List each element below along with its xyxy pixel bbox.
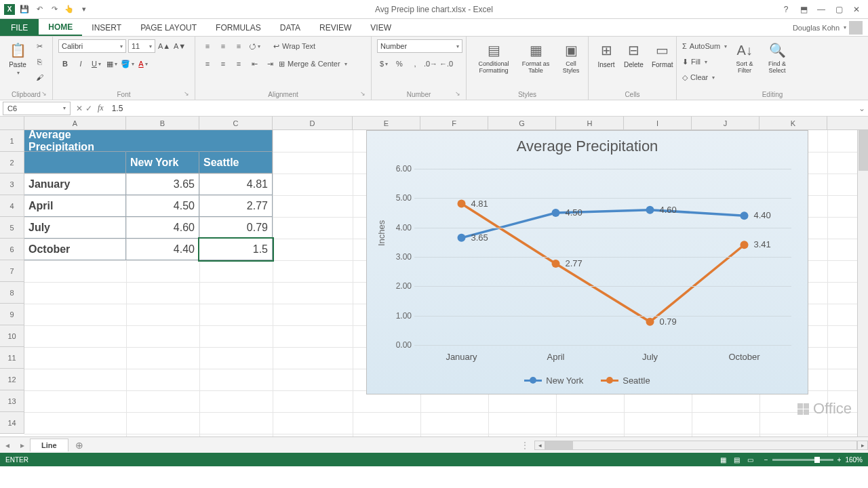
hscroll-right-icon[interactable]: ▸	[857, 441, 868, 450]
select-all-corner[interactable]	[0, 117, 24, 130]
column-header[interactable]: C	[199, 117, 273, 129]
zoom-control[interactable]: − + 160%	[764, 456, 863, 464]
column-header[interactable]: F	[420, 117, 488, 129]
align-left-icon[interactable]: ≡	[201, 57, 214, 70]
sheet-nav-next-icon[interactable]: ▸	[15, 441, 30, 450]
name-box[interactable]: C6▾	[3, 102, 71, 115]
row-header[interactable]: 12	[0, 369, 24, 390]
zoom-in-icon[interactable]: +	[837, 456, 842, 464]
fill-button[interactable]: ⬇ Fill▾	[682, 55, 727, 68]
normal-view-icon[interactable]: ▦	[717, 456, 730, 464]
column-header[interactable]: K	[760, 117, 827, 129]
table-header-seattle[interactable]: Seattle	[199, 152, 273, 174]
zoom-out-icon[interactable]: −	[764, 456, 768, 464]
orientation-icon[interactable]: ⭯▾	[248, 39, 261, 53]
dialog-launcher-icon[interactable]: ↘	[184, 90, 189, 97]
table-row-label[interactable]: July	[24, 217, 126, 239]
dialog-launcher-icon[interactable]: ↘	[360, 90, 366, 97]
percent-icon[interactable]: %	[393, 57, 406, 70]
fill-color-icon[interactable]: 🪣▾	[121, 57, 134, 70]
sheet-nav-prev-icon[interactable]: ◂	[0, 441, 15, 450]
table-cell-seattle[interactable]: 4.81	[199, 174, 273, 195]
column-header[interactable]: E	[353, 117, 420, 129]
decrease-font-icon[interactable]: A▼	[173, 39, 186, 53]
qat-dropdown-icon[interactable]: ▾	[79, 4, 90, 15]
row-header[interactable]: 1	[0, 130, 24, 152]
table-cell-ny[interactable]: 4.40	[126, 239, 199, 260]
dialog-launcher-icon[interactable]: ↘	[41, 90, 47, 97]
table-cell-ny[interactable]: 4.60	[126, 217, 199, 239]
copy-icon[interactable]: ⎘	[33, 55, 46, 68]
view-switcher[interactable]: ▦▤▭	[717, 456, 757, 464]
table-title-cell[interactable]: Average Precipitation	[24, 130, 126, 152]
tab-review[interactable]: REVIEW	[310, 19, 361, 36]
hscroll-left-icon[interactable]: ◂	[534, 441, 545, 450]
expand-formula-bar-icon[interactable]: ⌄	[856, 104, 868, 113]
column-header[interactable]: J	[692, 117, 760, 129]
column-header[interactable]: H	[556, 117, 624, 129]
decrease-indent-icon[interactable]: ⇤	[248, 57, 261, 70]
table-row-label[interactable]: April	[24, 195, 126, 217]
horizontal-scrollbar[interactable]	[545, 441, 857, 450]
accept-entry-icon[interactable]: ✓	[85, 104, 92, 113]
cancel-entry-icon[interactable]: ✕	[76, 104, 83, 113]
row-header[interactable]: 8	[0, 282, 24, 304]
table-cell-seattle[interactable]: 0.79	[199, 217, 273, 239]
dialog-launcher-icon[interactable]: ↘	[455, 90, 460, 97]
column-header[interactable]: G	[488, 117, 556, 129]
table-row-label[interactable]: January	[24, 174, 126, 195]
column-header[interactable]: I	[624, 117, 692, 129]
row-header[interactable]: 5	[0, 217, 24, 239]
row-header[interactable]: 13	[0, 390, 24, 412]
bold-button[interactable]: B	[58, 57, 72, 70]
tab-data[interactable]: DATA	[271, 19, 310, 36]
tab-view[interactable]: VIEW	[361, 19, 401, 36]
chart-legend[interactable]: .lg:nth-child(1) .lmark::after{backgroun…	[367, 375, 808, 386]
increase-decimal-icon[interactable]: .0→	[424, 57, 437, 70]
table-cell-seattle[interactable]: 2.77	[199, 195, 273, 217]
sort-filter-button[interactable]: A↓Sort & Filter	[730, 39, 760, 76]
column-headers[interactable]: ABCDEFGHIJK	[24, 117, 868, 130]
format-painter-icon[interactable]: 🖌	[33, 70, 46, 84]
zoom-slider[interactable]	[772, 459, 833, 461]
table-header-blank[interactable]	[24, 152, 126, 174]
delete-cells-button[interactable]: ⊟Delete	[621, 39, 646, 70]
align-center-icon[interactable]: ≡	[216, 57, 230, 70]
align-middle-icon[interactable]: ≡	[216, 39, 230, 53]
worksheet[interactable]: ABCDEFGHIJK 1234567891011121314 Average …	[0, 117, 868, 436]
format-cells-button[interactable]: ▭Format	[649, 39, 676, 70]
column-header[interactable]: B	[126, 117, 199, 129]
row-header[interactable]: 10	[0, 325, 24, 347]
row-header[interactable]: 11	[0, 347, 24, 369]
fx-icon[interactable]: fx	[98, 103, 108, 113]
cut-icon[interactable]: ✂	[33, 39, 46, 53]
touch-mode-icon[interactable]: 👆	[64, 4, 75, 15]
vertical-scrollbar[interactable]	[857, 130, 868, 436]
find-select-button[interactable]: 🔍Find & Select	[762, 39, 792, 76]
row-header[interactable]: 4	[0, 195, 24, 217]
align-bottom-icon[interactable]: ≡	[232, 39, 245, 53]
table-title-cell[interactable]	[199, 130, 273, 152]
active-cell-editing[interactable]: 1.5	[199, 239, 273, 260]
italic-button[interactable]: I	[74, 57, 87, 70]
page-break-view-icon[interactable]: ▭	[744, 456, 757, 464]
undo-icon[interactable]: ↶	[34, 4, 45, 15]
table-row-label[interactable]: October	[24, 239, 126, 260]
row-header[interactable]: 3	[0, 174, 24, 195]
minimize-icon[interactable]: —	[814, 5, 829, 14]
decrease-decimal-icon[interactable]: ←.0	[439, 57, 453, 70]
tab-page-layout[interactable]: PAGE LAYOUT	[131, 19, 206, 36]
comma-icon[interactable]: ,	[408, 57, 422, 70]
paste-button[interactable]: 📋Paste▾	[5, 39, 30, 77]
tab-insert[interactable]: INSERT	[82, 19, 131, 36]
font-size-select[interactable]: 11▾	[128, 39, 155, 53]
font-color-icon[interactable]: A▾	[136, 57, 150, 70]
format-as-table-button[interactable]: ▦Format as Table	[518, 39, 553, 76]
save-icon[interactable]: 💾	[19, 4, 30, 15]
help-icon[interactable]: ?	[778, 5, 793, 14]
scroll-thumb[interactable]	[859, 130, 868, 171]
legend-newyork[interactable]: .lg:nth-child(1) .lmark::after{backgroun…	[524, 375, 583, 386]
redo-icon[interactable]: ↷	[49, 4, 60, 15]
column-header[interactable]: D	[273, 117, 353, 129]
chart-plot-area[interactable]: 0.001.002.003.004.005.006.003.654.504.60…	[414, 169, 791, 345]
